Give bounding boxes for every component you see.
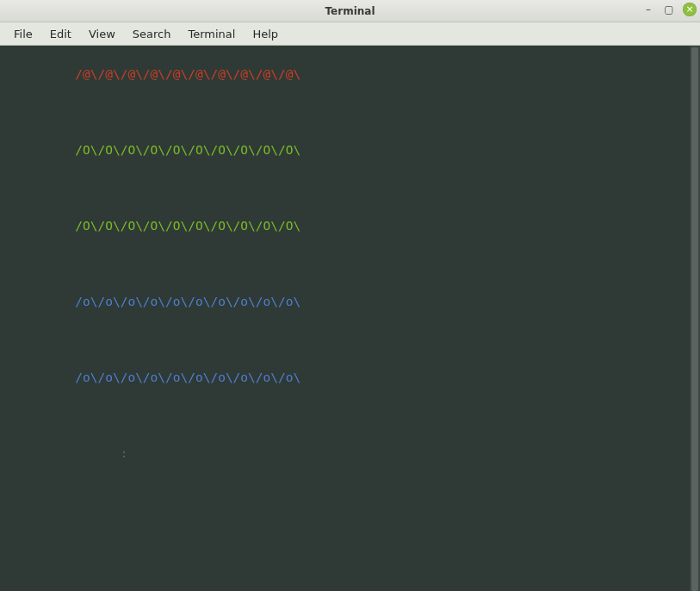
window-controls: – ▢ × [641,3,697,16]
bullet-line: : [0,444,690,463]
menubar: File Edit View Search Terminal Help [0,22,700,46]
enemy-row: /O\/O\/O\/O\/O\/O\/O\/O\/O\/O\ [0,140,690,159]
terminal-output[interactable]: /@\/@\/@\/@\/@\/@\/@\/@\/@\/@\ /O\/O\/O\… [0,46,690,591]
menu-edit[interactable]: Edit [41,24,80,44]
menu-view[interactable]: View [80,24,124,44]
scrollbar[interactable] [690,46,700,591]
close-button[interactable]: × [683,3,697,16]
blank-line [0,519,690,538]
scrollbar-thumb[interactable] [691,47,698,591]
enemy-row: /o\/o\/o\/o\/o\/o\/o\/o\/o\/o\ [0,368,690,387]
enemy-row: /@\/@\/@\/@\/@\/@\/@\/@\/@\/@\ [0,65,690,84]
blank-line [0,406,690,425]
enemy-bullet-icon: : [0,446,127,460]
minimize-button[interactable]: – [641,3,655,16]
window-title: Terminal [0,5,700,17]
menu-search[interactable]: Search [124,24,180,44]
blank-line [0,557,690,576]
terminal-area: /@\/@\/@\/@\/@\/@\/@\/@\/@\/@\ /O\/O\/O\… [0,46,700,591]
menu-file[interactable]: File [5,24,41,44]
blank-line [0,482,690,501]
menu-help[interactable]: Help [244,24,287,44]
enemy-row: /O\/O\/O\/O\/O\/O\/O\/O\/O\/O\ [0,216,690,235]
enemy-row: /o\/o\/o\/o\/o\/o\/o\/o\/o\/o\ [0,292,690,311]
menu-terminal[interactable]: Terminal [179,24,244,44]
maximize-button[interactable]: ▢ [662,3,676,16]
blank-line [0,178,690,197]
window-titlebar: Terminal – ▢ × [0,0,700,22]
blank-line [0,330,690,349]
blank-line [0,254,690,273]
blank-line [0,103,690,121]
